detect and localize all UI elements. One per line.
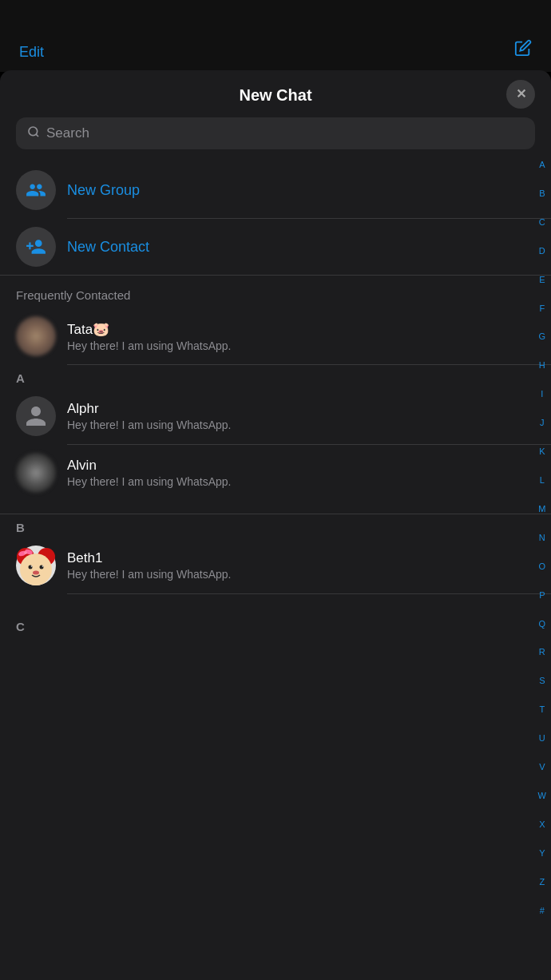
contact-name-alphr: Alphr [67,401,535,417]
contact-item-alphr[interactable]: Alphr Hey there! I am using WhatsApp. [0,388,551,444]
edit-button[interactable]: Edit [19,44,44,61]
section-letter-c: C [0,594,551,637]
search-container [0,117,551,162]
search-icon [27,125,40,141]
search-bar [16,117,535,149]
svg-point-10 [42,565,44,567]
avatar-alphr [16,396,56,436]
svg-point-9 [31,565,33,567]
contact-item-tata[interactable]: Tata🐷 Hey there! I am using WhatsApp. [0,308,551,364]
contact-name-tata: Tata🐷 [67,321,535,338]
contact-info-alphr: Alphr Hey there! I am using WhatsApp. [67,401,535,431]
modal-header: New Chat ✕ [0,70,551,117]
new-contact-label: New Contact [67,239,149,256]
contact-item-alvin[interactable]: Alvin Hey there! I am using WhatsApp. [0,445,551,501]
new-group-item[interactable]: New Group [0,162,551,218]
section-letter-a: A [0,365,551,388]
svg-point-13 [24,551,27,554]
contact-status-tata: Hey there! I am using WhatsApp. [67,339,535,352]
new-chat-modal: New Chat ✕ New Group [0,70,551,980]
avatar-tata [16,316,56,356]
svg-point-8 [33,571,39,575]
section-letter-b: B [0,514,551,538]
modal-title: New Chat [239,86,311,105]
svg-point-0 [29,127,38,136]
contact-name-beth1: Beth1 [67,550,535,566]
close-button[interactable]: ✕ [506,80,535,109]
close-icon: ✕ [516,86,526,101]
contact-status-alphr: Hey there! I am using WhatsApp. [67,419,535,431]
frequently-contacted-header: Frequently Contacted [0,276,551,308]
scroll-content: New Group New Contact Frequently Contact… [0,162,551,980]
contact-item-beth1[interactable]: Beth1 Hey there! I am using WhatsApp. [0,538,551,593]
search-input[interactable] [46,125,524,141]
avatar-alvin [16,453,56,493]
contact-name-alvin: Alvin [67,458,535,474]
new-contact-icon-circle [16,227,56,267]
svg-line-1 [36,134,38,137]
avatar-beth1 [16,546,56,585]
svg-point-5 [20,553,52,585]
contact-status-beth1: Hey there! I am using WhatsApp. [67,568,535,581]
top-bar: Edit [0,0,551,72]
new-group-label: New Group [67,182,140,199]
compose-icon[interactable] [514,39,532,61]
contact-status-alvin: Hey there! I am using WhatsApp. [67,475,535,488]
new-group-icon-circle [16,170,56,210]
contact-info-tata: Tata🐷 Hey there! I am using WhatsApp. [67,321,535,352]
contact-info-beth1: Beth1 Hey there! I am using WhatsApp. [67,550,535,581]
new-contact-item[interactable]: New Contact [0,219,551,275]
contact-info-alvin: Alvin Hey there! I am using WhatsApp. [67,458,535,488]
